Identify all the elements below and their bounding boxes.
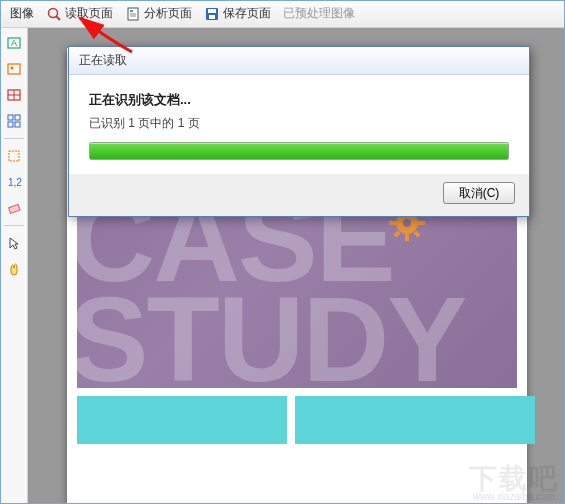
text-block-left xyxy=(77,396,287,444)
text-box-tool[interactable]: A xyxy=(3,32,25,54)
svg-rect-17 xyxy=(15,115,20,120)
svg-line-1 xyxy=(56,16,60,20)
preprocessed-text: 已预处理图像 xyxy=(283,5,355,22)
svg-point-42 xyxy=(403,219,411,227)
read-page-button[interactable]: 读取页面 xyxy=(42,3,117,24)
eraser-tool[interactable] xyxy=(3,197,25,219)
separator xyxy=(4,225,24,226)
watermark-url: www.xiazaiba.com xyxy=(473,491,555,502)
svg-point-12 xyxy=(10,67,13,70)
magnifier-icon xyxy=(46,6,62,22)
svg-rect-36 xyxy=(389,221,396,225)
reading-dialog: 正在读取 正在识别该文档... 已识别 1 页中的 1 页 取消(C) xyxy=(68,46,530,217)
svg-rect-7 xyxy=(208,9,216,13)
svg-rect-35 xyxy=(405,234,409,241)
dialog-titlebar[interactable]: 正在读取 xyxy=(69,47,529,75)
main-toolbar: 图像 读取页面 分析页面 保存页面 已预处理图像 xyxy=(0,0,565,28)
save-page-label: 保存页面 xyxy=(223,5,271,22)
dialog-body: 正在识别该文档... 已识别 1 页中的 1 页 xyxy=(69,75,529,174)
svg-text:A: A xyxy=(11,38,17,48)
svg-rect-18 xyxy=(8,122,13,127)
image-box-tool[interactable] xyxy=(3,58,25,80)
progress-bar xyxy=(89,142,509,160)
svg-rect-8 xyxy=(209,15,215,19)
dialog-status: 已识别 1 页中的 1 页 xyxy=(89,115,509,132)
svg-rect-20 xyxy=(9,151,19,161)
table-tool[interactable] xyxy=(3,84,25,106)
progress-fill xyxy=(90,143,508,159)
hand-tool[interactable] xyxy=(3,258,25,280)
dialog-heading: 正在识别该文档... xyxy=(89,91,509,109)
svg-rect-19 xyxy=(15,122,20,127)
read-page-label: 读取页面 xyxy=(65,5,113,22)
image-menu[interactable]: 图像 xyxy=(6,3,38,24)
region-tool[interactable] xyxy=(3,110,25,132)
preprocessed-label: 已预处理图像 xyxy=(279,3,359,24)
svg-rect-40 xyxy=(393,230,400,237)
svg-rect-16 xyxy=(8,115,13,120)
save-icon xyxy=(204,6,220,22)
image-menu-label: 图像 xyxy=(10,5,34,22)
crop-tool[interactable] xyxy=(3,145,25,167)
order-tool[interactable]: 1,2 xyxy=(3,171,25,193)
text-block-right xyxy=(295,396,535,444)
cancel-button[interactable]: 取消(C) xyxy=(443,182,515,204)
headline-study: STUDY xyxy=(77,288,466,388)
analyze-page-label: 分析页面 xyxy=(144,5,192,22)
dialog-footer: 取消(C) xyxy=(69,174,529,216)
svg-rect-37 xyxy=(418,221,425,225)
svg-rect-41 xyxy=(413,230,420,237)
analyze-page-button[interactable]: 分析页面 xyxy=(121,3,196,24)
document-icon xyxy=(125,6,141,22)
svg-rect-11 xyxy=(8,64,20,74)
pointer-tool[interactable] xyxy=(3,232,25,254)
svg-rect-3 xyxy=(130,10,133,12)
svg-rect-22 xyxy=(8,204,19,213)
svg-text:1,2: 1,2 xyxy=(8,177,22,188)
dialog-title-text: 正在读取 xyxy=(79,52,127,69)
sidebar-toolbar: A 1,2 xyxy=(0,28,28,504)
separator xyxy=(4,138,24,139)
save-page-button[interactable]: 保存页面 xyxy=(200,3,275,24)
